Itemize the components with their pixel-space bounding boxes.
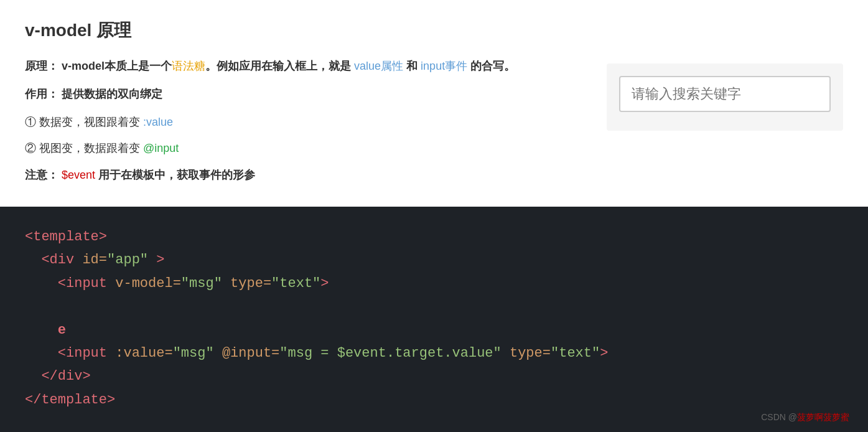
function-text: 提供数据的双向绑定	[62, 88, 162, 100]
principle-highlight2: value属性	[354, 60, 403, 72]
page-title: v-model 原理	[25, 19, 843, 42]
watermark: CSDN @菠萝啊菠萝蜜	[761, 412, 849, 423]
watermark-prefix: CSDN @	[761, 412, 797, 422]
code-line-3: <input v-model="msg" type="text">	[25, 272, 843, 295]
text-content: 原理： v-model本质上是一个语法糖。例如应用在输入框上，就是 value属…	[25, 57, 582, 194]
code-section: <template> <div id="app" > <input v-mode…	[0, 207, 868, 432]
code-line-7: </template>	[25, 388, 843, 411]
search-input-wrapper	[607, 63, 843, 131]
item2-highlight: @input	[143, 142, 179, 154]
principle-highlight3: input事件	[421, 60, 467, 72]
function-label: 作用：	[25, 88, 58, 100]
principle-text3: 和	[403, 60, 418, 72]
top-section: v-model 原理 原理： v-model本质上是一个语法糖。例如应用在输入框…	[0, 0, 868, 207]
code-block: <template> <div id="app" > <input v-mode…	[25, 225, 843, 411]
principle-text: v-model本质上是一个	[62, 60, 172, 72]
function-line: 作用： 提供数据的双向绑定	[25, 85, 582, 103]
code-line-2: <div id="app" >	[25, 248, 843, 271]
code-line-1: <template>	[25, 225, 843, 248]
search-input[interactable]	[619, 76, 831, 112]
item1-line: ① 数据变，视图跟着变 :value	[25, 113, 582, 131]
search-box-container	[607, 63, 843, 131]
item2-line: ② 视图变，数据跟着变 @input	[25, 139, 582, 157]
principle-text2: 。例如应用在输入框上，就是	[205, 60, 351, 72]
code-line-4: e	[25, 295, 843, 342]
page-container: v-model 原理 原理： v-model本质上是一个语法糖。例如应用在输入框…	[0, 0, 868, 432]
code-line-5: <input :value="msg" @input="msg = $event…	[25, 342, 843, 365]
note-highlight: $event	[62, 169, 95, 181]
content-area: 原理： v-model本质上是一个语法糖。例如应用在输入框上，就是 value属…	[25, 57, 843, 194]
principle-line: 原理： v-model本质上是一个语法糖。例如应用在输入框上，就是 value属…	[25, 57, 582, 75]
note-label: 注意：	[25, 169, 58, 181]
item1-prefix: ① 数据变，视图跟着变	[25, 116, 140, 128]
principle-highlight1: 语法糖	[172, 60, 205, 72]
principle-text4: 的合写。	[467, 60, 515, 72]
item1-highlight: :value	[143, 116, 173, 128]
note-line: 注意： $event 用于在模板中，获取事件的形参	[25, 166, 582, 184]
code-line-6: </div>	[25, 365, 843, 388]
watermark-highlight: 菠萝啊菠萝蜜	[797, 412, 849, 422]
principle-label: 原理：	[25, 60, 58, 72]
note-text: 用于在模板中，获取事件的形参	[98, 169, 255, 181]
item2-prefix: ② 视图变，数据跟着变	[25, 142, 140, 154]
